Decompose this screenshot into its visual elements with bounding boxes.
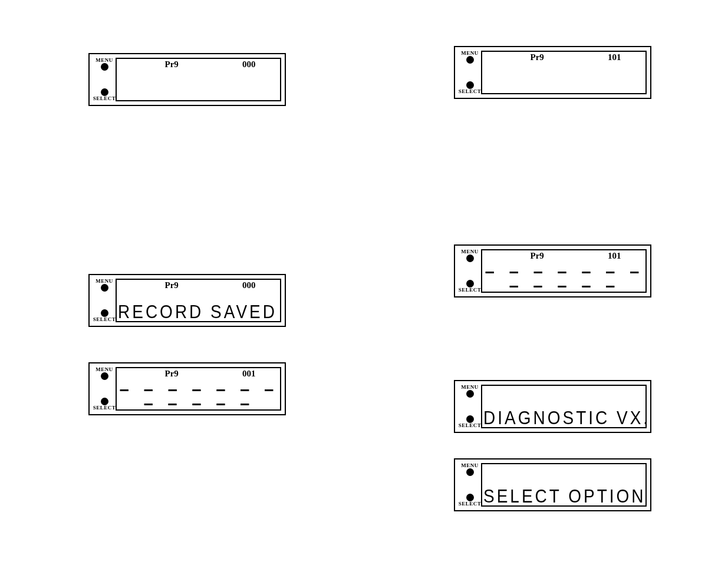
lcd-line-1: Pr9 101 [482,251,645,263]
prg-number: 001 [242,369,256,379]
lcd-screen: Pr9 001 – – – – – – – – – – – – [116,367,281,411]
lcd-screen: Pr9 000 RECORD SAVED . . . [116,279,281,322]
panel-frame: MENU SELECT DIAGNOSTIC VX.X [454,380,651,433]
lcd-screen: SELECT OPTIONS: [481,463,647,507]
prg-label: Pr9 [165,369,179,379]
menu-button-icon[interactable] [101,372,108,380]
lcd-line-1: Pr9 001 [117,369,280,381]
select-label: SELECT [459,89,482,94]
prg-label: Pr9 [531,52,544,62]
lcd-line-2: DIAGNOSTIC VX.X [482,407,645,428]
menu-button-icon[interactable] [466,254,474,262]
panel-side: MENU SELECT [92,366,117,412]
page: MENU SELECT Pr9 000 MENU [0,0,728,562]
select-label: SELECT [93,96,116,101]
select-label: SELECT [459,287,482,293]
prg-number: 000 [242,280,256,290]
prg-label: Pr9 [165,59,179,70]
panel-frame: MENU SELECT SELECT OPTIONS: [454,458,651,511]
select-label: SELECT [459,423,482,428]
menu-label: MENU [95,367,113,372]
prg-number: 101 [608,52,621,62]
lcd-line-1: Pr9 000 [117,280,280,292]
panel-frame: MENU SELECT Pr9 101 – – – – – – – – – – … [454,244,651,297]
menu-label: MENU [461,385,479,390]
panel-frame: MENU SELECT Pr9 000 RECORD SAVED . . . [88,274,286,327]
lcd-panel-3: MENU SELECT Pr9 001 – – – – – – – – – – … [88,362,286,415]
prg-number: 101 [608,251,621,261]
menu-label: MENU [95,58,113,63]
menu-label: MENU [461,249,479,254]
panel-side: MENU SELECT [457,462,482,508]
lcd-screen: DIAGNOSTIC VX.X [481,385,647,428]
lcd-dashes: – – – – – – – – – – – – [117,382,280,411]
lcd-panel-7: MENU SELECT SELECT OPTIONS: [454,458,651,511]
select-label: SELECT [459,501,482,507]
select-label: SELECT [93,317,116,322]
panel-side: MENU SELECT [92,277,117,323]
menu-button-icon[interactable] [101,284,108,292]
menu-button-icon[interactable] [101,63,108,71]
panel-side: MENU SELECT [92,57,117,103]
prg-label: Pr9 [531,251,544,261]
menu-label: MENU [461,51,479,56]
prg-label: Pr9 [165,280,179,290]
panel-side: MENU SELECT [457,49,482,95]
lcd-line-1: Pr9 101 [482,52,645,64]
lcd-panel-4: MENU SELECT Pr9 101 [454,46,651,99]
lcd-panel-2: MENU SELECT Pr9 000 RECORD SAVED . . . [88,274,286,327]
lcd-panel-1: MENU SELECT Pr9 000 [88,53,286,106]
lcd-dashes: – – – – – – – – – – – – [482,265,645,293]
select-label: SELECT [93,405,116,411]
menu-label: MENU [95,279,113,284]
lcd-panel-5: MENU SELECT Pr9 101 – – – – – – – – – – … [454,244,651,297]
lcd-screen: Pr9 000 [116,58,281,101]
menu-button-icon[interactable] [466,56,474,64]
lcd-screen: Pr9 101 – – – – – – – – – – – – [481,249,647,293]
lcd-screen: Pr9 101 [481,51,647,94]
menu-button-icon[interactable] [466,468,474,476]
panel-side: MENU SELECT [457,248,482,294]
prg-number: 000 [242,59,256,70]
panel-frame: MENU SELECT Pr9 000 [88,53,286,106]
lcd-line-2: SELECT OPTIONS: [482,485,645,507]
panel-frame: MENU SELECT Pr9 001 – – – – – – – – – – … [88,362,286,415]
lcd-line-1: Pr9 000 [117,59,280,71]
panel-side: MENU SELECT [457,384,482,429]
lcd-line-2: RECORD SAVED . . . [117,301,280,322]
panel-frame: MENU SELECT Pr9 101 [454,46,651,99]
lcd-panel-6: MENU SELECT DIAGNOSTIC VX.X [454,380,651,433]
menu-button-icon[interactable] [466,390,474,398]
menu-label: MENU [461,463,479,468]
